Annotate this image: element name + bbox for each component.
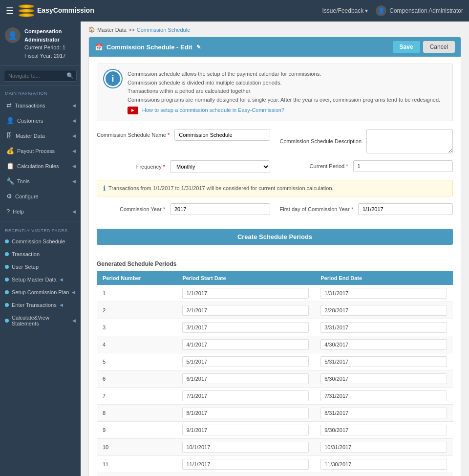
- period-start-input[interactable]: [182, 390, 309, 401]
- youtube-icon: [128, 107, 138, 114]
- schedule-name-input[interactable]: [174, 129, 270, 141]
- sidebar-recent-calculate-view[interactable]: Calculate&View Statements ◀: [0, 311, 81, 330]
- sidebar-item-transactions[interactable]: ⇄ Transactions ◀: [0, 98, 81, 113]
- period-end-input[interactable]: [320, 322, 447, 333]
- panel-body: i Commission schedule allows the setup o…: [89, 57, 461, 229]
- sidebar-recent-enter-transactions[interactable]: Enter Transactions ◀: [0, 299, 81, 311]
- period-start-input[interactable]: [182, 373, 309, 384]
- search-input[interactable]: [4, 70, 77, 82]
- period-end-cell: [315, 455, 453, 473]
- breadcrumb-current[interactable]: Commission Schedule: [137, 27, 190, 33]
- period-start-input[interactable]: [182, 339, 309, 350]
- period-start-input[interactable]: [182, 322, 309, 333]
- sidebar-item-help[interactable]: ? Help ◀: [0, 204, 81, 219]
- period-end-input[interactable]: [320, 373, 447, 384]
- col-period-number: Period Number: [97, 271, 176, 285]
- sidebar-item-calculation-rules[interactable]: 📋 Calculation Rules ◀: [0, 158, 81, 173]
- panel-title-icon: 📅: [95, 43, 103, 51]
- info-line-1: Commission schedule allows the setup of …: [128, 70, 440, 79]
- help-icon: ?: [6, 208, 10, 215]
- period-end-cell: [315, 438, 453, 455]
- sidebar-user: 👤 Compensation Administrator Current Per…: [0, 22, 81, 66]
- period-end-input[interactable]: [320, 356, 447, 367]
- edit-icon[interactable]: ✎: [196, 44, 201, 50]
- cancel-button[interactable]: Cancel: [423, 41, 455, 53]
- period-number-cell: 9: [97, 421, 176, 438]
- active-dot-icon: [5, 319, 9, 323]
- period-end-input[interactable]: [320, 339, 447, 350]
- schedule-desc-label: Commission Schedule Description: [280, 138, 362, 144]
- table-row: 11: [97, 455, 453, 473]
- panel-title: Commission Schedule - Edit: [107, 43, 192, 51]
- sidebar-recent-setup-commission-plan[interactable]: Setup Commission Plan ◀: [0, 286, 81, 299]
- configure-icon: ⚙: [6, 193, 12, 200]
- form-row-year: Commission Year * First day of Commissio…: [97, 203, 453, 215]
- info-link-row: How to setup a commission schedule in Ea…: [128, 106, 440, 115]
- info-text-content: Commission schedule allows the setup of …: [128, 70, 440, 115]
- top-nav-right: Issue/Feedback ▾ 👤 Compensation Administ…: [322, 5, 463, 16]
- period-start-input[interactable]: [182, 442, 309, 453]
- sidebar-user-text: Compensation Administrator Current Perio…: [24, 27, 76, 60]
- sidebar-recent-transaction[interactable]: Transaction: [0, 248, 81, 260]
- commission-year-label: Commission Year *: [97, 206, 165, 212]
- period-end-input[interactable]: [320, 305, 447, 316]
- arrow-icon: ◀: [72, 290, 75, 295]
- period-number-cell: 2: [97, 302, 176, 319]
- form-row-name-desc: Commission Schedule Name * Commission Sc…: [97, 129, 453, 153]
- sidebar-item-payout-process[interactable]: 💰 Payout Process ◀: [0, 143, 81, 158]
- period-start-input[interactable]: [182, 459, 309, 470]
- info-link[interactable]: How to setup a commission schedule in Ea…: [142, 106, 284, 115]
- period-start-cell: [176, 353, 315, 370]
- period-number-cell: 4: [97, 336, 176, 353]
- issue-feedback-link[interactable]: Issue/Feedback ▾: [322, 7, 368, 14]
- period-start-cell: [176, 370, 315, 387]
- create-schedule-periods-button[interactable]: Create Schedule Periods: [97, 229, 453, 245]
- breadcrumb-icon: 🏠: [88, 26, 95, 33]
- recent-item-label: User Setup: [12, 264, 39, 270]
- active-dot-icon: [5, 278, 9, 281]
- period-start-input[interactable]: [182, 305, 309, 316]
- period-number-cell: 3: [97, 319, 176, 336]
- sidebar-item-configure[interactable]: ⚙ Configure: [0, 189, 81, 204]
- table-row: 2: [97, 302, 453, 319]
- menu-toggle[interactable]: ☰: [6, 5, 14, 16]
- sidebar-item-customers[interactable]: 👤 Customers ◀: [0, 113, 81, 128]
- period-end-input[interactable]: [320, 442, 447, 453]
- commission-year-input[interactable]: [170, 203, 270, 215]
- period-start-input[interactable]: [182, 356, 309, 367]
- sidebar-recent-user-setup[interactable]: User Setup: [0, 260, 81, 273]
- period-end-input[interactable]: [320, 390, 447, 401]
- first-day-input[interactable]: [358, 203, 453, 215]
- info-line-3: Transactions within a period are calcula…: [128, 87, 440, 96]
- frequency-label: Frequency *: [97, 164, 165, 170]
- active-dot-icon: [5, 252, 9, 256]
- period-start-input[interactable]: [182, 425, 309, 435]
- period-end-input[interactable]: [320, 459, 447, 470]
- panel-header: 📅 Commission Schedule - Edit ✎ Save Canc…: [89, 37, 461, 57]
- table-row: 7: [97, 387, 453, 404]
- recent-item-label: Transaction: [12, 251, 40, 257]
- table-row: 4: [97, 336, 453, 353]
- sidebar-item-label: Customers: [17, 118, 43, 124]
- period-end-input[interactable]: [320, 408, 447, 418]
- save-button[interactable]: Save: [393, 41, 420, 53]
- period-number-cell: 11: [97, 455, 176, 473]
- period-start-cell: [176, 421, 315, 438]
- period-end-input[interactable]: [320, 288, 447, 299]
- current-period-input[interactable]: [353, 160, 453, 172]
- sidebar: 👤 Compensation Administrator Current Per…: [0, 22, 81, 476]
- sidebar-recent-setup-master-data[interactable]: Setup Master Data ◀: [0, 273, 81, 286]
- sidebar-recent-commission-schedule[interactable]: Commission Schedule: [0, 235, 81, 248]
- period-end-cell: [315, 370, 453, 387]
- frequency-select[interactable]: Monthly Weekly Quarterly Annually: [170, 160, 270, 173]
- active-dot-icon: [5, 303, 9, 307]
- logo-icon: [19, 4, 34, 17]
- schedule-desc-input[interactable]: [366, 129, 453, 153]
- period-end-input[interactable]: [320, 425, 447, 435]
- sidebar-item-label: Transactions: [15, 103, 45, 108]
- sidebar-search: 🔍: [0, 66, 81, 86]
- period-start-input[interactable]: [182, 288, 309, 299]
- sidebar-item-tools[interactable]: 🔧 Tools ◀: [0, 173, 81, 189]
- sidebar-item-master-data[interactable]: 🗄 Master Data ◀: [0, 128, 81, 143]
- period-start-input[interactable]: [182, 408, 309, 418]
